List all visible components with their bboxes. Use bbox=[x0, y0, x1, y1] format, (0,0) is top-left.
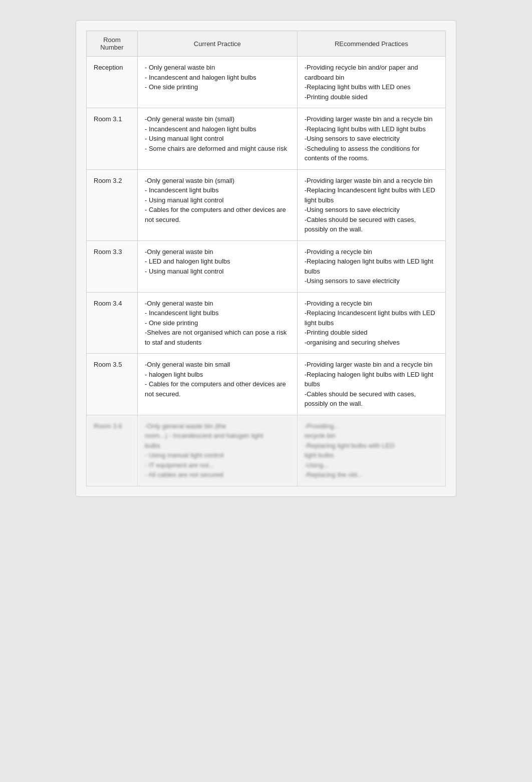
room-number-cell: Room 3.5 bbox=[87, 354, 138, 415]
room-number-cell: Room 3.4 bbox=[87, 292, 138, 354]
current-practice-cell: -Only general waste bin small - halogen … bbox=[137, 354, 297, 415]
room-number-cell: Room 3.1 bbox=[87, 108, 138, 170]
current-practice-cell: -Only general waste bin (the room...) - … bbox=[137, 415, 297, 486]
practices-table: Room Number Current Practice REcommended… bbox=[86, 31, 446, 486]
recommended-practices-cell: -Providing larger waste bin and a recycl… bbox=[297, 354, 445, 415]
table-row: Reception- Only general waste bin - Inca… bbox=[87, 57, 446, 108]
recommended-practices-cell: -Providing a recycle bin -Replacing Inca… bbox=[297, 292, 445, 354]
table-row: Room 3.3-Only general waste bin - LED an… bbox=[87, 240, 446, 292]
recommended-practices-cell: -Providing recycle bin and/or paper and … bbox=[297, 57, 445, 108]
recommended-practices-cell: -Providing larger waste bin and a recycl… bbox=[297, 169, 445, 240]
table-row: Room 3.6-Only general waste bin (the roo… bbox=[87, 415, 446, 486]
header-recommended-practices: REcommended Practices bbox=[297, 31, 445, 57]
recommended-practices-cell: -Providing a recycle bin -Replacing halo… bbox=[297, 240, 445, 292]
table-row: Room 3.4-Only general waste bin - Incand… bbox=[87, 292, 446, 354]
table-row: Room 3.2-Only general waste bin (small) … bbox=[87, 169, 446, 240]
recommended-practices-cell: -Providing larger waste bin and a recycl… bbox=[297, 108, 445, 170]
room-number-cell: Reception bbox=[87, 57, 138, 108]
current-practice-cell: - Only general waste bin - Incandescent … bbox=[137, 57, 297, 108]
header-room-number: Room Number bbox=[87, 31, 138, 57]
table-row: Room 3.5-Only general waste bin small - … bbox=[87, 354, 446, 415]
table-container: Room Number Current Practice REcommended… bbox=[76, 20, 456, 497]
room-number-cell: Room 3.6 bbox=[87, 415, 138, 486]
current-practice-cell: -Only general waste bin (small) - Incand… bbox=[137, 169, 297, 240]
current-practice-cell: -Only general waste bin - Incandescent l… bbox=[137, 292, 297, 354]
current-practice-cell: -Only general waste bin (small) - Incand… bbox=[137, 108, 297, 170]
current-practice-cell: -Only general waste bin - LED and haloge… bbox=[137, 240, 297, 292]
room-number-cell: Room 3.3 bbox=[87, 240, 138, 292]
table-row: Room 3.1-Only general waste bin (small) … bbox=[87, 108, 446, 170]
header-current-practice: Current Practice bbox=[137, 31, 297, 57]
recommended-practices-cell: -Providing... recycle bin -Replacing lig… bbox=[297, 415, 445, 486]
room-number-cell: Room 3.2 bbox=[87, 169, 138, 240]
